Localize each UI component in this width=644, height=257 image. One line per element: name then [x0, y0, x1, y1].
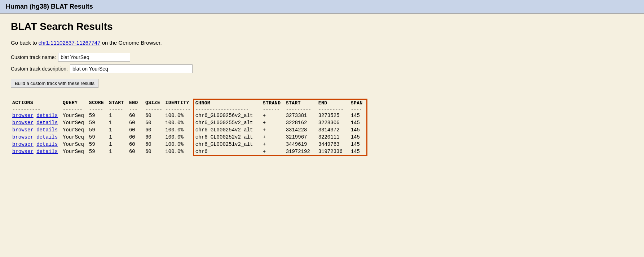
score-cell: 59: [88, 134, 108, 141]
span-cell: 145: [349, 134, 367, 141]
chrom-cell: chr6_GL000252v2_alt: [193, 134, 261, 141]
gend-cell: 31972336: [317, 148, 349, 156]
browser-link[interactable]: browser: [12, 113, 34, 118]
header-title: Human (hg38) BLAT Results: [6, 3, 93, 10]
query-cell: YourSeq: [61, 148, 88, 156]
qsize-cell: 60: [144, 134, 164, 141]
qsize-cell: 60: [144, 126, 164, 134]
chrom-cell: chr6_GL000251v2_alt: [193, 141, 261, 148]
chrom-cell: chr6_GL000254v2_alt: [193, 126, 261, 134]
divider-end: ---: [128, 107, 144, 112]
col-header-query: QUERY: [61, 99, 88, 107]
end-cell: 60: [128, 148, 144, 156]
span-cell: 145: [349, 148, 367, 156]
browser-link[interactable]: browser: [12, 149, 34, 154]
table-row: browser details YourSeq 59 1 60 60 100.0…: [11, 134, 367, 141]
divider-query: -------: [61, 107, 88, 112]
actions-cell: browser details: [11, 148, 61, 156]
go-back-line: Go back to chr1:11102837-11267747 on the…: [11, 40, 633, 46]
gend-cell: 3273525: [317, 112, 349, 119]
score-cell: 59: [88, 141, 108, 148]
divider-gstart: ---------: [284, 107, 317, 112]
end-cell: 60: [128, 126, 144, 134]
col-header-chrom: CHROM: [193, 99, 261, 107]
table-row: browser details YourSeq 59 1 60 60 100.0…: [11, 141, 367, 148]
gend-cell: 3449763: [317, 141, 349, 148]
track-desc-row: Custom track description:: [11, 64, 633, 73]
browser-link[interactable]: browser: [12, 120, 34, 126]
track-name-row: Custom track name:: [11, 53, 633, 62]
table-row: browser details YourSeq 59 1 60 60 100.0…: [11, 112, 367, 119]
end-cell: 60: [128, 119, 144, 126]
go-back-link[interactable]: chr1:11102837-11267747: [39, 40, 101, 46]
divider-identity: ---------: [164, 107, 193, 112]
gstart-cell: 3449619: [284, 141, 317, 148]
qsize-cell: 60: [144, 148, 164, 156]
details-link[interactable]: details: [36, 113, 58, 118]
col-header-identity: IDENTITY: [164, 99, 193, 107]
start-cell: 1: [107, 141, 128, 148]
col-header-strand: STRAND: [261, 99, 284, 107]
divider-gend: ---------: [317, 107, 349, 112]
col-header-actions: ACTIONS: [11, 99, 61, 107]
build-custom-track-button[interactable]: Build a custom track with these results: [11, 79, 98, 88]
identity-cell: 100.0%: [164, 119, 193, 126]
col-header-gstart: START: [284, 99, 317, 107]
actions-cell: browser details: [11, 141, 61, 148]
score-cell: 59: [88, 119, 108, 126]
qsize-cell: 60: [144, 112, 164, 119]
details-link[interactable]: details: [36, 127, 58, 133]
divider-chrom: -------------------: [193, 107, 261, 112]
strand-cell: +: [261, 141, 284, 148]
gend-cell: 3228306: [317, 119, 349, 126]
span-cell: 145: [349, 112, 367, 119]
strand-cell: +: [261, 148, 284, 156]
col-header-start: START: [107, 99, 128, 107]
identity-cell: 100.0%: [164, 112, 193, 119]
go-back-suffix: on the Genome Browser.: [101, 40, 162, 46]
strand-cell: +: [261, 134, 284, 141]
query-cell: YourSeq: [61, 112, 88, 119]
results-table-container: ACTIONS QUERY SCORE START END QSIZE IDEN…: [11, 99, 633, 156]
divider-span: ----: [349, 107, 367, 112]
table-header-row: ACTIONS QUERY SCORE START END QSIZE IDEN…: [11, 99, 367, 107]
track-name-input[interactable]: [58, 53, 130, 62]
identity-cell: 100.0%: [164, 126, 193, 134]
blat-results-table: ACTIONS QUERY SCORE START END QSIZE IDEN…: [11, 99, 367, 156]
table-row: browser details YourSeq 59 1 60 60 100.0…: [11, 126, 367, 134]
score-cell: 59: [88, 148, 108, 156]
divider-score: -----: [88, 107, 108, 112]
details-link[interactable]: details: [36, 134, 58, 140]
strand-cell: +: [261, 126, 284, 134]
chrom-cell: chr6_GL000255v2_alt: [193, 119, 261, 126]
actions-cell: browser details: [11, 112, 61, 119]
end-cell: 60: [128, 141, 144, 148]
col-header-span: SPAN: [349, 99, 367, 107]
gstart-cell: 3314228: [284, 126, 317, 134]
score-cell: 59: [88, 126, 108, 134]
divider-qsize: ------: [144, 107, 164, 112]
table-row: browser details YourSeq 59 1 60 60 100.0…: [11, 148, 367, 156]
query-cell: YourSeq: [61, 119, 88, 126]
page-title: BLAT Search Results: [11, 21, 633, 32]
score-cell: 59: [88, 112, 108, 119]
details-link[interactable]: details: [36, 141, 58, 147]
browser-link[interactable]: browser: [12, 134, 34, 140]
query-cell: YourSeq: [61, 126, 88, 134]
actions-cell: browser details: [11, 119, 61, 126]
query-cell: YourSeq: [61, 134, 88, 141]
browser-link[interactable]: browser: [12, 141, 34, 147]
col-header-qsize: QSIZE: [144, 99, 164, 107]
details-link[interactable]: details: [36, 120, 58, 126]
details-link[interactable]: details: [36, 149, 58, 154]
col-header-gend: END: [317, 99, 349, 107]
col-header-score: SCORE: [88, 99, 108, 107]
divider-actions: ----------: [11, 107, 61, 112]
browser-link[interactable]: browser: [12, 127, 34, 133]
table-body: browser details YourSeq 59 1 60 60 100.0…: [11, 112, 367, 156]
track-desc-input[interactable]: [70, 64, 193, 73]
gstart-cell: 31972192: [284, 148, 317, 156]
table-divider-row: ---------- ------- ----- ----- --- -----…: [11, 107, 367, 112]
chrom-cell: chr6: [193, 148, 261, 156]
span-cell: 145: [349, 141, 367, 148]
